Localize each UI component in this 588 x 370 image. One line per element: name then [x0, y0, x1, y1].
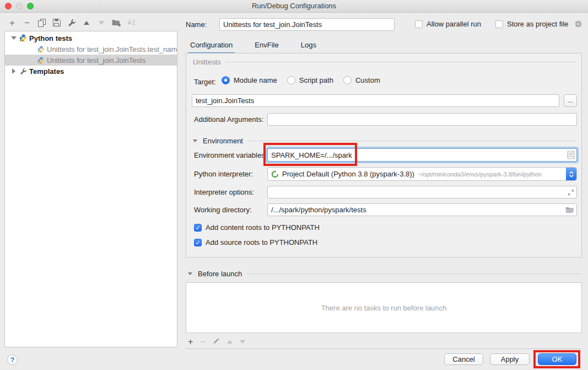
radio-module-name[interactable]: Module name: [222, 76, 277, 84]
edit-templates-button[interactable]: [66, 17, 77, 29]
collapse-triangle-icon: [193, 140, 197, 142]
save-configuration-button[interactable]: [51, 17, 62, 29]
zoom-window-button[interactable]: [27, 3, 34, 9]
move-task-up-button[interactable]: [227, 340, 233, 344]
radio-script-path[interactable]: Script path: [287, 76, 333, 84]
unittests-group-label: Unittests: [193, 58, 221, 66]
close-window-button[interactable]: [5, 3, 12, 9]
settings-tabs: Configuration EnvFile Logs: [188, 37, 319, 54]
environment-variables-field: [267, 148, 577, 162]
conda-env-icon: [271, 170, 279, 178]
tree-item-label: Unittests for test_join.JoinTests: [47, 56, 145, 65]
environment-variables-label: Environment variables:: [194, 151, 267, 159]
unittests-group-header: Unittests: [193, 58, 576, 66]
python-tests-icon: [36, 46, 46, 53]
pencil-icon: [213, 337, 220, 345]
move-up-button[interactable]: [81, 17, 92, 29]
tab-logs[interactable]: Logs: [299, 37, 319, 54]
run-debug-configurations-dialog: Run/Debug Configurations + −: [0, 0, 588, 370]
wrench-icon: [68, 19, 76, 27]
working-directory-label: Working directory:: [194, 206, 252, 214]
radio-unselected-icon: [287, 76, 295, 84]
additional-arguments-input[interactable]: [267, 113, 577, 126]
checkbox-unchecked-icon: [415, 20, 423, 28]
help-button[interactable]: ?: [7, 355, 18, 365]
browse-folder-icon[interactable]: [565, 207, 574, 213]
interpreter-options-label: Interpreter options:: [194, 188, 254, 196]
move-down-button[interactable]: [96, 17, 107, 29]
copy-configuration-button[interactable]: [36, 17, 47, 29]
expand-field-icon[interactable]: [568, 189, 574, 196]
radio-script-path-label: Script path: [299, 76, 333, 84]
configurations-tree: Python tests Unittests for test_join.Joi…: [4, 31, 177, 347]
up-down-chevrons-icon: [569, 170, 574, 178]
minimize-window-button[interactable]: [16, 3, 23, 9]
tree-item-python-tests[interactable]: Python tests: [5, 33, 177, 44]
python-interpreter-path: ~/opt/miniconda3/envs/pyspark-3.8/bin/py…: [418, 171, 542, 178]
tree-item-unittests-jointests-selected[interactable]: Unittests for test_join.JoinTests: [5, 55, 177, 66]
environment-group-header[interactable]: Environment: [193, 137, 576, 145]
radio-custom[interactable]: Custom: [343, 76, 380, 84]
move-down-icon: [99, 21, 104, 25]
name-input[interactable]: [219, 18, 395, 31]
environment-variables-input[interactable]: [267, 148, 577, 162]
before-launch-label: Before launch: [198, 270, 242, 278]
interpreter-options-field: [267, 186, 577, 199]
add-configuration-button[interactable]: +: [7, 17, 18, 29]
tree-item-unittests-test-narrow[interactable]: Unittests for test_join.JoinTests.test_n…: [5, 44, 177, 55]
browse-target-button[interactable]: ...: [564, 94, 577, 107]
interpreter-options-input[interactable]: [267, 186, 577, 199]
create-folder-button[interactable]: [111, 17, 122, 29]
checkbox-unchecked-icon: [495, 20, 503, 28]
environment-group-label: Environment: [203, 137, 243, 145]
configuration-form-panel: Unittests Target: Module name Script pat…: [186, 53, 582, 258]
allow-parallel-run-label: Allow parallel run: [427, 20, 481, 28]
templates-wrench-icon: [18, 68, 28, 75]
move-up-icon: [84, 21, 89, 25]
tree-item-label: Python tests: [29, 34, 72, 42]
radio-selected-icon: [222, 76, 230, 84]
dropdown-stepper[interactable]: [566, 168, 576, 180]
target-input[interactable]: [192, 94, 559, 107]
before-launch-toolbar: + −: [188, 336, 245, 347]
edit-task-button[interactable]: [213, 337, 220, 346]
new-folder-icon: [112, 19, 121, 26]
edit-variables-icon[interactable]: [568, 151, 574, 159]
store-as-project-file-checkbox[interactable]: Store as project file: [495, 20, 568, 28]
title-bar: Run/Debug Configurations: [0, 0, 588, 13]
add-task-button[interactable]: +: [188, 337, 193, 346]
add-content-roots-checkbox[interactable]: ✓ Add content roots to PYTHONPATH: [194, 223, 320, 232]
add-source-roots-checkbox[interactable]: ✓ Add source roots to PYTHONPATH: [194, 238, 317, 246]
checkbox-checked-icon: ✓: [194, 224, 202, 232]
python-interpreter-label: Python interpreter:: [194, 170, 253, 178]
allow-parallel-run-checkbox[interactable]: Allow parallel run: [415, 20, 481, 28]
apply-button[interactable]: Apply: [490, 353, 530, 365]
python-tests-icon: [36, 57, 46, 64]
collapse-triangle-icon: [188, 272, 192, 275]
tab-envfile[interactable]: EnvFile: [252, 37, 280, 54]
sort-alpha-icon: [127, 19, 136, 26]
store-as-project-file-label: Store as project file: [507, 20, 568, 28]
ok-button[interactable]: OK: [538, 353, 576, 365]
minus-icon: −: [24, 18, 30, 28]
remove-task-button[interactable]: −: [200, 337, 205, 346]
add-source-roots-label: Add source roots to PYTHONPATH: [206, 238, 317, 246]
move-task-down-button[interactable]: [240, 340, 245, 344]
working-directory-input[interactable]: [267, 203, 577, 216]
chevron-right-icon[interactable]: [12, 68, 15, 74]
window-title: Run/Debug Configurations: [0, 0, 588, 12]
add-content-roots-label: Add content roots to PYTHONPATH: [206, 223, 320, 232]
save-icon: [53, 19, 61, 26]
sort-configurations-button[interactable]: [126, 17, 137, 29]
chevron-down-icon[interactable]: [11, 36, 17, 40]
before-launch-header[interactable]: Before launch: [188, 270, 582, 278]
target-label: Target:: [194, 78, 216, 86]
copy-icon: [38, 19, 46, 27]
remove-configuration-button[interactable]: −: [21, 17, 33, 29]
cancel-button[interactable]: Cancel: [444, 353, 483, 365]
tree-item-templates[interactable]: Templates: [5, 66, 177, 77]
python-interpreter-dropdown[interactable]: Project Default (Python 3.8 (pyspark-3.8…: [267, 167, 577, 181]
tab-configuration[interactable]: Configuration: [188, 37, 235, 54]
store-settings-gear-button[interactable]: [574, 20, 582, 30]
target-radio-group: Module name Script path Custom: [222, 76, 380, 84]
